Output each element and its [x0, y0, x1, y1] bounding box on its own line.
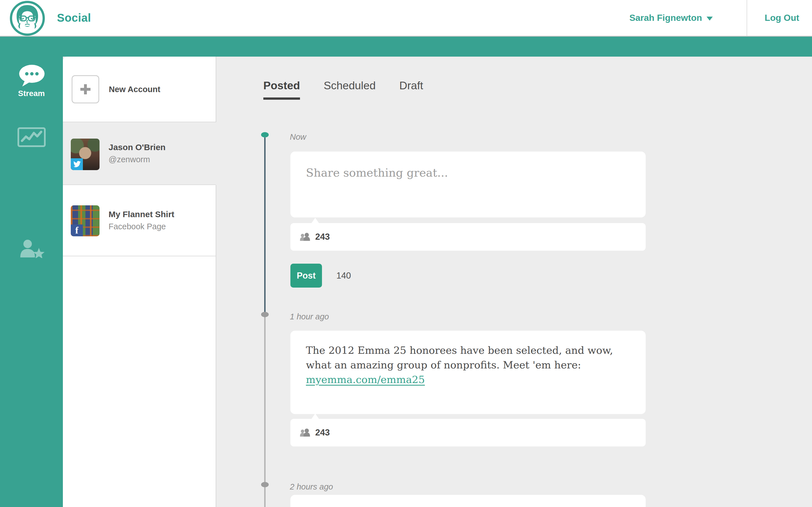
post-link[interactable]: myemma.com/emma25: [306, 372, 425, 387]
timeline-label-2h: 2 hours ago: [290, 482, 333, 492]
timeline-dot-now: [261, 132, 269, 137]
account-name: Jason O'Brien: [109, 143, 165, 152]
char-counter: 140: [336, 264, 351, 288]
timeline-line-light: [264, 317, 266, 507]
logout-button[interactable]: Log Out: [765, 0, 799, 36]
person-star-icon: [18, 239, 45, 258]
speech-bubble-icon: [18, 64, 45, 87]
people-icon: [299, 429, 311, 437]
new-account-button[interactable]: New Account: [63, 57, 216, 122]
post-button[interactable]: Post: [290, 264, 322, 288]
emma-logo[interactable]: [10, 1, 45, 36]
audience-count: 243: [315, 232, 330, 242]
account-avatar: f: [71, 205, 100, 236]
audience-bar-tail: [312, 413, 319, 419]
twitter-bird-icon: [71, 158, 83, 170]
app-title: Social: [57, 0, 91, 36]
timeline-label-1h: 1 hour ago: [290, 312, 329, 321]
tab-scheduled[interactable]: Scheduled: [324, 79, 375, 100]
sidebar-item-stream[interactable]: Stream: [0, 64, 63, 98]
tab-draft[interactable]: Draft: [399, 79, 423, 100]
sidebar-item-label: Stream: [18, 89, 45, 98]
app-root: Stream: [0, 0, 812, 507]
user-menu-button[interactable]: Sarah Fignewton: [629, 0, 713, 36]
compose-card: [290, 152, 646, 217]
sidebar: Stream: [0, 57, 63, 507]
account-avatar: [71, 138, 100, 170]
new-account-label: New Account: [109, 57, 160, 122]
header-divider: [747, 0, 747, 36]
facebook-icon: f: [71, 224, 83, 236]
timeline-label-now: Now: [290, 132, 306, 142]
chevron-down-icon: [707, 17, 713, 20]
user-name: Sarah Fignewton: [629, 13, 702, 23]
compose-input[interactable]: [290, 152, 646, 217]
sidebar-item-audience[interactable]: [0, 239, 63, 258]
header: Social Sarah Fignewton Log Out: [0, 0, 812, 37]
sidebar-item-reports[interactable]: [0, 127, 63, 147]
account-item-flannel[interactable]: f My Flannet Shirt Facebook Page: [63, 185, 216, 256]
account-item-jason[interactable]: Jason O'Brien @zenworm: [63, 122, 216, 185]
audience-bar-tail: [312, 218, 319, 223]
account-text: Jason O'Brien @zenworm: [109, 122, 165, 184]
timeline-dot-2h: [261, 482, 269, 487]
tab-posted[interactable]: Posted: [263, 79, 300, 100]
post-text-line: what an amazing group of nonprofits. Mee…: [306, 358, 630, 372]
audience-count: 243: [315, 428, 330, 438]
account-handle: Facebook Page: [109, 222, 174, 231]
timeline-line-dark: [264, 137, 266, 317]
line-chart-icon: [17, 127, 46, 147]
post-text-line: The 2012 Emma 25 honorees have been sele…: [306, 343, 630, 358]
post-card: The 2012 Emma 25 honorees have been sele…: [290, 331, 646, 414]
audience-bar[interactable]: 243: [290, 223, 646, 251]
timeline-dot-1h: [261, 312, 269, 317]
audience-bar[interactable]: 243: [290, 419, 646, 446]
account-panel-filler: [63, 256, 216, 507]
account-text: My Flannet Shirt Facebook Page: [109, 185, 174, 256]
people-icon: [299, 233, 311, 241]
teal-band: [0, 37, 812, 57]
account-name: My Flannet Shirt: [109, 210, 174, 219]
account-handle: @zenworm: [109, 155, 165, 164]
post-card-partial: [290, 495, 646, 507]
account-panel: New Account Jason O'Brien @zenworm f My …: [63, 57, 216, 507]
stream-tabs: Posted Scheduled Draft: [263, 79, 423, 100]
plus-icon: [71, 75, 99, 103]
